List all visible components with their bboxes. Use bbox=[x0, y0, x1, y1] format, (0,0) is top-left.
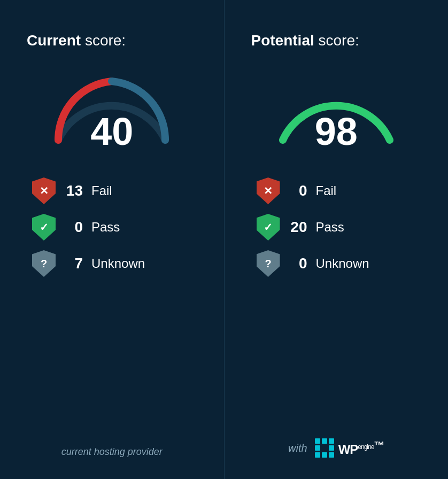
main-container: Current score: 40 ✕ 13 Fail ✓ bbox=[0, 0, 448, 479]
unknown-shield-icon: ? bbox=[32, 250, 56, 277]
current-pass-label: Pass bbox=[91, 220, 120, 235]
pass-shield-icon: ✓ bbox=[32, 214, 56, 241]
wpengine-footer: with WPengine™ bbox=[288, 422, 384, 458]
current-unknown-label: Unknown bbox=[91, 256, 145, 271]
current-score-panel: Current score: 40 ✕ 13 Fail ✓ bbox=[0, 0, 225, 479]
current-pass-count: 0 bbox=[64, 219, 83, 236]
potential-pass-row: ✓ 20 Pass bbox=[257, 214, 427, 241]
fail-shield-icon: ✕ bbox=[32, 177, 56, 204]
potential-score-title: Potential score: bbox=[246, 32, 427, 49]
potential-score-number: 98 bbox=[315, 112, 358, 151]
potential-fail-count: 0 bbox=[289, 182, 307, 199]
potential-gauge: 98 bbox=[272, 65, 400, 151]
potential-pass-label: Pass bbox=[316, 220, 344, 235]
potential-unknown-label: Unknown bbox=[316, 256, 369, 271]
potential-stats: ✕ 0 Fail ✓ 20 Pass ? 0 Unknown bbox=[246, 177, 427, 277]
potential-unknown-row: ? 0 Unknown bbox=[257, 250, 427, 277]
potential-pass-count: 20 bbox=[289, 219, 307, 236]
with-text: with bbox=[288, 442, 307, 454]
wpengine-grid-icon bbox=[315, 438, 334, 458]
potential-unknown-shield-icon: ? bbox=[257, 250, 280, 277]
potential-fail-label: Fail bbox=[316, 183, 337, 198]
current-footer: current hosting provider bbox=[61, 430, 163, 458]
current-score-number: 40 bbox=[90, 112, 133, 151]
potential-score-panel: Potential score: 98 ✕ 0 Fail ✓ 20 Pass bbox=[225, 0, 449, 479]
current-fail-count: 13 bbox=[64, 182, 83, 199]
current-unknown-row: ? 7 Unknown bbox=[32, 250, 203, 277]
wpengine-wordmark: WPengine™ bbox=[338, 439, 384, 457]
current-pass-row: ✓ 0 Pass bbox=[32, 214, 203, 241]
potential-pass-shield-icon: ✓ bbox=[257, 214, 280, 241]
current-score-title: Current score: bbox=[21, 32, 203, 49]
current-stats: ✕ 13 Fail ✓ 0 Pass ? 7 Unknown bbox=[21, 177, 203, 277]
potential-fail-shield-icon: ✕ bbox=[257, 177, 280, 204]
current-fail-label: Fail bbox=[91, 183, 112, 198]
potential-fail-row: ✕ 0 Fail bbox=[257, 177, 427, 204]
current-gauge: 40 bbox=[48, 65, 176, 151]
current-fail-row: ✕ 13 Fail bbox=[32, 177, 203, 204]
potential-unknown-count: 0 bbox=[289, 255, 307, 272]
current-unknown-count: 7 bbox=[64, 255, 83, 272]
